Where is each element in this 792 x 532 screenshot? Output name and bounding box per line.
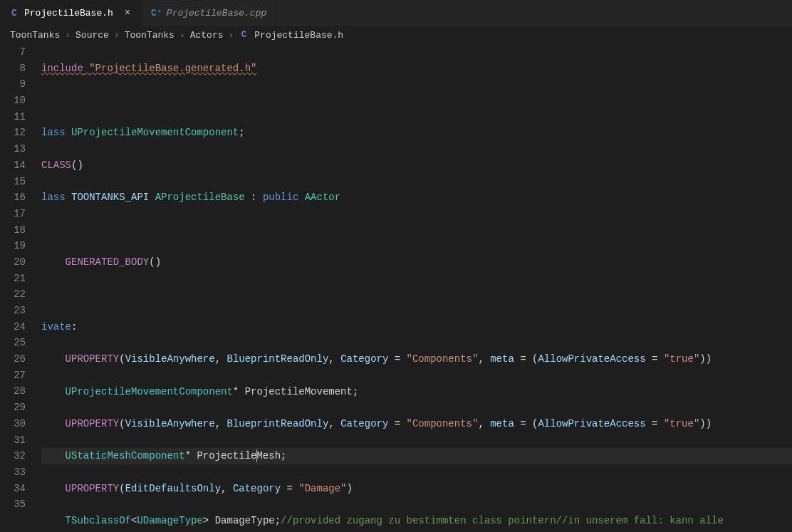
line-number: 24 <box>0 319 26 335</box>
line-number: 17 <box>0 206 26 222</box>
line-number: 32 <box>0 448 26 464</box>
line-number: 9 <box>0 76 26 93</box>
chevron-right-icon: › <box>65 30 71 41</box>
line-number: 18 <box>0 222 26 239</box>
line-number: 33 <box>0 464 26 481</box>
breadcrumb-item[interactable]: ToonTanks <box>125 30 174 41</box>
line-number: 20 <box>0 254 26 271</box>
line-number: 8 <box>0 61 26 77</box>
line-number-gutter: 7891011121314151617181920212223242526272… <box>0 44 41 532</box>
chevron-right-icon: › <box>114 30 120 41</box>
line-number: 23 <box>0 303 26 319</box>
line-number: 29 <box>0 400 26 416</box>
code-editor[interactable]: 7891011121314151617181920212223242526272… <box>0 44 792 532</box>
line-number: 25 <box>0 335 26 351</box>
line-number: 11 <box>0 109 26 125</box>
tab-label: ProjectileBase.h <box>24 8 113 19</box>
tab-projectilebase-cpp[interactable]: C⁺ ProjectileBase.cpp <box>142 0 276 26</box>
line-number: 14 <box>0 157 26 174</box>
line-number: 30 <box>0 416 26 432</box>
tab-label: ProjectileBase.cpp <box>167 8 266 19</box>
line-number: 35 <box>0 496 26 513</box>
c-header-icon: C <box>239 30 249 40</box>
breadcrumb: ToonTanks › Source › ToonTanks › Actors … <box>0 26 792 44</box>
line-number: 22 <box>0 286 26 303</box>
chevron-right-icon: › <box>179 30 185 41</box>
line-number: 31 <box>0 432 26 449</box>
line-number: 19 <box>0 238 26 254</box>
line-number: 26 <box>0 351 26 367</box>
chevron-right-icon: › <box>229 30 234 41</box>
breadcrumb-item[interactable]: Source <box>75 30 109 41</box>
line-number: 34 <box>0 481 26 497</box>
breadcrumb-file[interactable]: ProjectileBase.h <box>254 30 343 41</box>
close-icon[interactable]: × <box>122 7 133 19</box>
cpp-icon: C⁺ <box>151 7 162 19</box>
breadcrumb-item[interactable]: ToonTanks <box>10 30 60 41</box>
c-header-icon: C <box>9 7 20 19</box>
line-number: 16 <box>0 189 26 206</box>
line-number: 10 <box>0 93 26 109</box>
code-content[interactable]: include "ProjectileBase.generated.h" las… <box>41 44 792 532</box>
tab-projectilebase-h[interactable]: C ProjectileBase.h × <box>0 0 142 26</box>
line-number: 27 <box>0 367 26 384</box>
tab-bar: C ProjectileBase.h × C⁺ ProjectileBase.c… <box>0 0 792 26</box>
line-number: 28 <box>0 383 26 400</box>
breadcrumb-item[interactable]: Actors <box>190 30 224 41</box>
line-number: 13 <box>0 141 26 157</box>
line-number: 12 <box>0 125 26 141</box>
line-number: 7 <box>0 44 26 61</box>
line-number: 21 <box>0 271 26 287</box>
line-number: 15 <box>0 174 26 190</box>
